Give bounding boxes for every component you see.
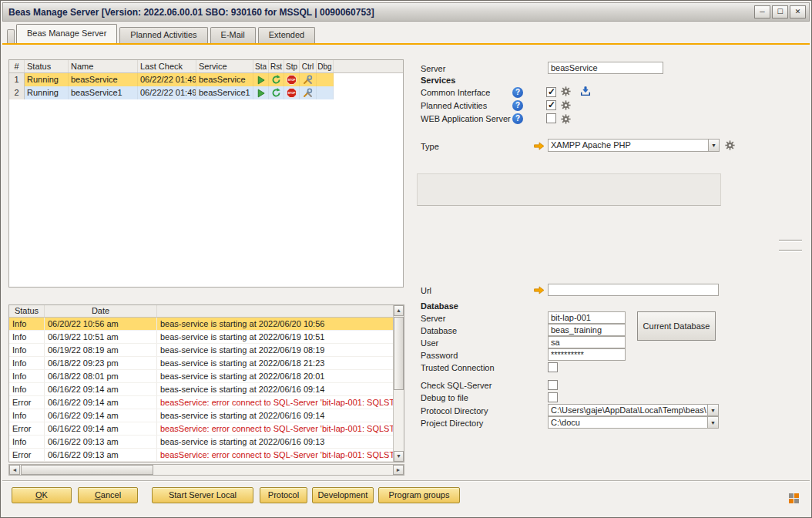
db-server-input[interactable] xyxy=(548,311,626,324)
log-row[interactable]: Info 06/19/22 08:19 am beas-service is s… xyxy=(9,344,393,357)
scroll-left-icon[interactable]: ◄ xyxy=(9,465,20,475)
protocol-directory-select[interactable]: C:\Users\gaje\AppData\Local\Temp\beas\ ▼ xyxy=(548,404,719,416)
service-row[interactable]: 1 Running beasService 06/22/22 01:49 bea… xyxy=(9,73,403,86)
col-header-status: Status xyxy=(9,305,45,317)
splitter-handle[interactable] xyxy=(779,250,802,252)
download-icon[interactable] xyxy=(580,86,591,96)
log-horizontal-scrollbar[interactable]: ◄ ► xyxy=(8,464,404,476)
tab-stub xyxy=(7,29,15,43)
cell-message: beasService: error connect to SQL-Server… xyxy=(157,449,393,461)
restart-icon[interactable] xyxy=(269,86,284,99)
log-row[interactable]: Info 06/16/22 09:14 am beas-service is s… xyxy=(9,409,393,422)
col-header-status: Status xyxy=(25,60,69,72)
help-icon[interactable] xyxy=(512,100,523,111)
configure-icon[interactable] xyxy=(561,86,571,96)
type-select[interactable]: XAMPP Apache PHP ▼ xyxy=(548,139,720,152)
horizontal-scrollbar-thumb[interactable] xyxy=(21,465,153,475)
link-arrow-icon[interactable] xyxy=(534,142,545,150)
tab-planned-activities[interactable]: Planned Activities xyxy=(119,27,207,43)
col-header-date: Date xyxy=(45,305,157,317)
log-row[interactable]: Info 06/20/22 10:56 am beas-service is s… xyxy=(9,318,393,331)
resize-grip[interactable] xyxy=(789,493,799,503)
log-vertical-scrollbar[interactable]: ▲ ▼ xyxy=(393,305,404,462)
log-row[interactable]: Info 06/18/22 09:23 pm beas-service is s… xyxy=(9,357,393,370)
chevron-down-icon[interactable]: ▼ xyxy=(707,417,718,428)
server-name-input[interactable] xyxy=(548,62,663,74)
control-tools-icon[interactable] xyxy=(300,73,317,86)
tab-email[interactable]: E-Mail xyxy=(210,27,256,43)
configure-icon[interactable] xyxy=(725,140,735,150)
chevron-down-icon[interactable]: ▼ xyxy=(708,140,719,151)
cancel-button[interactable]: Cancel xyxy=(78,487,138,503)
tab-beas-manage-server[interactable]: Beas Manage Server xyxy=(16,24,117,43)
trusted-connection-label: Trusted Connection xyxy=(421,363,495,372)
ok-button[interactable]: OK xyxy=(12,487,72,503)
development-button[interactable]: Development xyxy=(312,487,374,503)
protocol-button[interactable]: Protocol xyxy=(260,487,307,503)
trusted-connection-checkbox[interactable] xyxy=(548,362,558,372)
maximize-button[interactable]: ☐ xyxy=(772,5,788,18)
configure-icon[interactable] xyxy=(561,100,571,110)
start-server-local-button[interactable]: Start Server Local xyxy=(152,487,253,503)
splitter-handle[interactable] xyxy=(779,240,802,242)
service-row[interactable]: 2 Running beasService1 06/22/22 01:49 be… xyxy=(9,86,403,99)
vertical-scrollbar-thumb[interactable] xyxy=(394,317,404,390)
project-directory-select[interactable]: C:\docu ▼ xyxy=(548,416,719,429)
link-arrow-icon[interactable] xyxy=(534,286,545,294)
dropdown-glyph: ▼ xyxy=(710,420,716,426)
log-row[interactable]: Info 06/19/22 10:51 am beas-service is s… xyxy=(9,331,393,344)
log-row[interactable]: Info 06/18/22 08:01 pm beas-service is s… xyxy=(9,370,393,383)
web-application-server-checkbox[interactable] xyxy=(546,113,556,123)
current-database-button[interactable]: Current Database xyxy=(637,311,716,341)
cell-message: beas-service is starting at 2022/06/16 0… xyxy=(157,383,393,395)
cell-date: 06/20/22 10:56 am xyxy=(45,318,157,330)
col-header-filler xyxy=(334,60,403,72)
db-database-input[interactable] xyxy=(548,324,626,336)
minimize-button[interactable]: ─ xyxy=(754,5,770,18)
url-input[interactable] xyxy=(548,284,719,296)
scroll-up-icon[interactable]: ▲ xyxy=(394,305,404,316)
log-row[interactable]: Error 06/16/22 09:14 am beasService: err… xyxy=(9,422,393,436)
stop-icon[interactable]: STOP xyxy=(284,73,300,86)
chevron-down-icon[interactable]: ▼ xyxy=(707,405,718,415)
scroll-right-icon[interactable]: ► xyxy=(393,465,404,475)
scroll-down-icon[interactable]: ▼ xyxy=(394,451,404,462)
planned-activities-checkbox[interactable] xyxy=(546,100,556,110)
tab-extended[interactable]: Extended xyxy=(258,27,315,43)
cell-status: Info xyxy=(9,357,45,369)
close-button[interactable]: ✕ xyxy=(790,5,806,18)
cell-num: 1 xyxy=(9,73,25,86)
cell-message: beas-service is starting at 2022/06/18 2… xyxy=(157,357,393,369)
help-icon[interactable] xyxy=(512,87,523,98)
disabled-panel xyxy=(417,173,721,206)
svg-text:STOP: STOP xyxy=(288,92,296,95)
stop-icon[interactable]: STOP xyxy=(284,86,300,99)
configure-icon[interactable] xyxy=(561,114,571,124)
db-user-label: User xyxy=(421,338,438,348)
log-row[interactable]: Error 06/16/22 09:13 am beasService: err… xyxy=(9,449,393,462)
gold-accent-line xyxy=(2,43,810,45)
cell-last-check: 06/22/22 01:49 xyxy=(138,86,196,99)
log-row[interactable]: Info 06/16/22 09:13 am beas-service is s… xyxy=(9,436,393,449)
start-icon[interactable] xyxy=(253,86,269,99)
db-user-input[interactable] xyxy=(548,336,626,348)
cell-service: beasService1 xyxy=(196,86,253,99)
cell-name: beasService xyxy=(69,73,138,86)
log-row[interactable]: Info 06/16/22 09:14 am beas-service is s… xyxy=(9,383,393,396)
help-icon[interactable] xyxy=(512,113,523,124)
start-icon[interactable] xyxy=(253,73,269,86)
col-header-rst: Rst xyxy=(269,60,284,72)
db-password-input[interactable] xyxy=(548,348,626,361)
cell-message: beas-service is starting at 2022/06/20 1… xyxy=(157,318,393,330)
restart-icon[interactable] xyxy=(269,73,284,86)
check-sql-server-checkbox[interactable] xyxy=(548,380,558,390)
cell-status: Info xyxy=(9,318,45,330)
debug-to-file-checkbox[interactable] xyxy=(548,392,558,402)
cell-message: beas-service is starting at 2022/06/19 1… xyxy=(157,331,393,343)
log-row[interactable]: Error 06/16/22 09:14 am beasService: err… xyxy=(9,396,393,409)
program-groups-button[interactable]: Program groups xyxy=(378,487,460,503)
control-tools-icon[interactable] xyxy=(300,86,317,99)
common-interface-checkbox[interactable] xyxy=(546,87,556,97)
window-title: Beas Manage Server [Version: 2022.06.00.… xyxy=(3,7,374,18)
db-password-label: Password xyxy=(421,351,458,360)
